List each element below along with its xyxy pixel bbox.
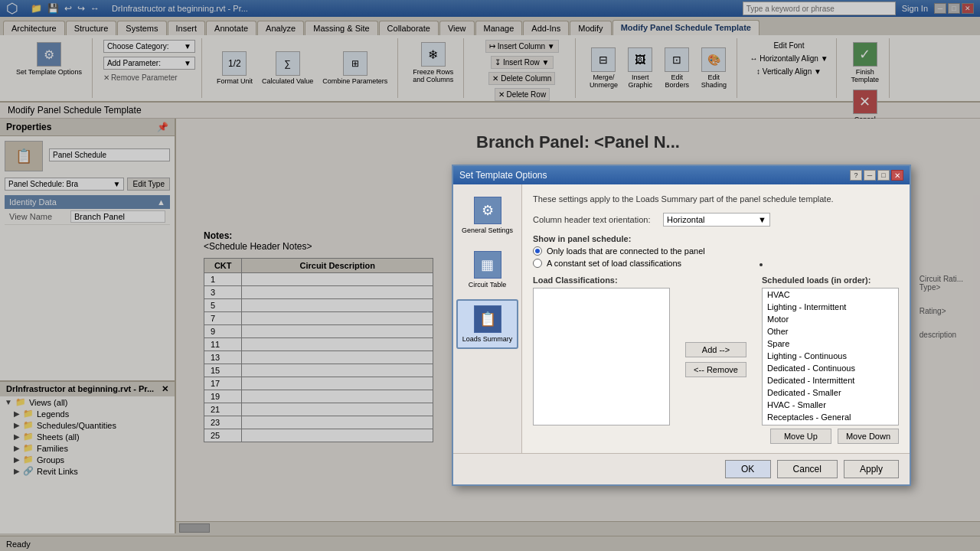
ok-btn[interactable]: OK: [725, 460, 771, 478]
circuit-table-label: Circuit Table: [469, 281, 506, 289]
scheduled-load-item[interactable]: Dedicated - Smaller: [763, 386, 898, 399]
sidebar-loads-summary[interactable]: 📋 Loads Summary: [456, 299, 518, 349]
move-up-btn[interactable]: Move Up: [770, 429, 831, 444]
radio-btn-2[interactable]: [533, 259, 542, 268]
scheduled-load-item[interactable]: Other: [763, 325, 898, 337]
loads-summary-icon: 📋: [474, 305, 501, 333]
dialog-title: Set Template Options: [459, 170, 547, 181]
show-in-panel-label: Show in panel schedule:: [533, 234, 899, 243]
scheduled-loads-list[interactable]: HVACLighting - IntermittentMotorOtherSpa…: [762, 288, 899, 425]
dialog-description: These settings apply to the Loads Summar…: [533, 194, 899, 205]
load-classifications-section: Load Classifications:: [533, 276, 670, 444]
scheduled-load-item[interactable]: Dedicated - Continuous: [763, 362, 898, 374]
dialog-apply-btn[interactable]: Apply: [844, 460, 899, 478]
general-settings-label: General Settings: [462, 227, 513, 234]
remove-btn[interactable]: <-- Remove: [685, 362, 746, 377]
radio-btn-1[interactable]: [533, 246, 542, 256]
show-in-panel-section: Show in panel schedule: Only loads that …: [533, 234, 899, 268]
radio-row-1: Only loads that are connected to the pan…: [533, 246, 899, 256]
column-header-row: Column header text orientation: Horizont…: [533, 213, 899, 227]
circuit-table-icon: ▦: [474, 251, 501, 279]
radio-label-1: Only loads that are connected to the pan…: [547, 246, 705, 256]
load-classifications-list[interactable]: [533, 288, 670, 425]
scheduled-load-item[interactable]: Lighting - Continuous: [763, 350, 898, 362]
select-arrow: ▼: [758, 215, 766, 224]
scheduled-load-item[interactable]: Lighting - Intermittent: [763, 301, 898, 313]
add-btn[interactable]: Add -->: [685, 342, 746, 357]
dialog-minimize-btn[interactable]: ─: [864, 170, 876, 181]
scheduled-load-item[interactable]: Receptacles - General: [763, 411, 898, 423]
general-settings-icon: ⚙: [474, 197, 501, 224]
add-remove-buttons: Add --> <-- Remove: [679, 276, 753, 444]
sidebar-general-settings[interactable]: ⚙ General Settings: [456, 191, 518, 240]
scheduled-load-item[interactable]: Kitchen Equipment: [763, 423, 898, 425]
dialog-main: These settings apply to the Loads Summar…: [522, 184, 910, 453]
scheduled-loads-label: Scheduled loads (in order):: [762, 276, 899, 285]
scheduled-load-item[interactable]: Motor: [763, 313, 898, 325]
set-template-options-dialog: Set Template Options ? ─ □ ✕ ⚙ General S…: [452, 165, 911, 486]
dialog-sidebar: ⚙ General Settings ▦ Circuit Table 📋 Loa…: [453, 184, 522, 453]
scheduled-load-item[interactable]: Spare: [763, 337, 898, 350]
scheduled-load-item[interactable]: HVAC - Smaller: [763, 399, 898, 411]
dialog-titlebar: Set Template Options ? ─ □ ✕: [453, 166, 910, 184]
dialog-body: ⚙ General Settings ▦ Circuit Table 📋 Loa…: [453, 184, 910, 453]
dialog-footer: OK Cancel Apply: [453, 453, 910, 484]
dialog-maximize-btn[interactable]: □: [877, 170, 890, 181]
dialog-help-btn[interactable]: ?: [850, 170, 862, 181]
column-header-label: Column header text orientation:: [533, 215, 655, 224]
move-down-btn[interactable]: Move Down: [838, 429, 899, 444]
loads-summary-label: Loads Summary: [462, 335, 513, 343]
scheduled-load-item[interactable]: HVAC: [763, 289, 898, 301]
column-header-select[interactable]: Horizontal ▼: [663, 213, 770, 227]
radio-row-2: A constant set of load classifications: [533, 259, 899, 268]
scheduled-loads-section: Scheduled loads (in order): HVACLighting…: [762, 276, 899, 444]
load-classifications-label: Load Classifications:: [533, 276, 670, 285]
two-col-area: Load Classifications: Add --> <-- Remove…: [533, 276, 899, 444]
scheduled-load-item[interactable]: Dedicated - Intermittent: [763, 374, 898, 386]
dialog-close-btn[interactable]: ✕: [891, 170, 903, 181]
cancel-btn[interactable]: Cancel: [777, 460, 838, 478]
move-buttons: Move Up Move Down: [762, 429, 899, 444]
sidebar-circuit-table[interactable]: ▦ Circuit Table: [456, 245, 518, 295]
radio-label-2: A constant set of load classifications: [547, 259, 681, 268]
